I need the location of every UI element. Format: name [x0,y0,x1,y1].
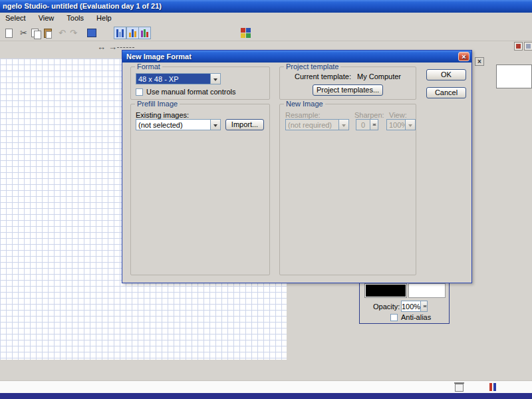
paste-icon[interactable] [41,27,54,39]
existing-images-dropdown[interactable]: (not selected) [136,119,221,130]
chevron-down-icon[interactable] [210,74,220,84]
palette-listbox[interactable] [496,65,532,88]
view-zoom-label: View: [389,111,407,119]
format-dropdown[interactable]: 48 x 48 - XP [136,73,221,84]
redo-icon[interactable]: ↷ [67,27,80,39]
view-zoom-dropdown[interactable]: 100% [386,119,416,130]
foreground-color-swatch[interactable] [364,283,407,298]
color-options-panel: Opacity: 100% Anti-alias [359,279,450,324]
existing-images-value: (not selected) [136,120,210,130]
import-button[interactable]: Import... [225,119,264,130]
chevron-down-icon[interactable] [338,120,348,130]
palette-icon[interactable] [239,27,252,39]
media-shape [87,29,96,37]
chart-bars-shape [129,29,136,37]
trash-icon[interactable] [455,384,464,392]
chevron-down-icon[interactable] [210,120,220,130]
format-group-label: Format [135,63,162,70]
redo-glyph: ↷ [70,29,77,37]
opacity-label: Opacity: [373,303,400,311]
dialog-close-icon[interactable]: × [458,52,469,61]
opacity-stepper[interactable]: 100% [401,301,428,312]
new-image-group: New Image Resample: (not required) Sharp… [279,104,416,275]
copy-icon[interactable] [29,27,42,39]
dialog-title: New Image Format [126,53,192,61]
editor-bars-shape [116,29,124,37]
view-mode-editor-icon[interactable] [114,27,126,39]
sharpen-stepper[interactable]: 0 [356,119,378,130]
sharpen-spin-buttons[interactable] [370,120,378,130]
project-template-group-label: Project template [284,63,340,70]
app-titlebar[interactable]: ngelo Studio- untitled (Evaluation day 1… [0,0,532,13]
manual-format-checkbox[interactable] [136,88,143,96]
scissors-glyph: ✂ [20,29,27,37]
view-zoom-value: 100% [387,120,405,130]
media-icon[interactable] [85,27,98,39]
existing-images-label: Existing images: [136,111,189,119]
current-template-value: My Computer [357,72,401,80]
color-bars-shape [141,29,148,37]
right-arrow-icon[interactable]: → [108,43,117,51]
menu-view[interactable]: View [33,13,60,25]
project-template-group: Project template Current template: My Co… [279,66,416,100]
antialias-label: Anti-alias [401,313,431,321]
new-document-icon[interactable] [3,27,15,39]
horizontal-resize-icon[interactable]: ↔ [97,43,106,51]
taskbar-edge [0,393,532,399]
status-bar [0,380,532,393]
background-color-swatch[interactable] [408,283,446,298]
menu-tools[interactable]: Tools [61,13,89,25]
opacity-spin-buttons[interactable] [420,301,427,311]
menu-help[interactable]: Help [91,13,117,25]
antialias-checkbox[interactable] [390,314,398,321]
workspace-toggle-icon[interactable] [524,42,532,51]
new-image-group-label: New Image [284,100,325,108]
view-mode-colors-icon[interactable] [138,27,151,39]
format-group: Format 48 x 48 - XP Use manual format co… [130,66,270,100]
manual-format-label: Use manual format controls [146,88,236,96]
new-image-format-dialog: New Image Format × Format 48 x 48 - XP U… [122,50,472,283]
panel-toggle-icon[interactable] [514,42,523,51]
menu-bar: Select View Tools Help [0,13,532,25]
dialog-titlebar[interactable]: New Image Format × [122,51,471,63]
logo-blue-bar [493,383,496,391]
sharpen-value: 0 [356,120,370,130]
format-dropdown-value: 48 x 48 - XP [136,74,210,84]
app-title: ngelo Studio- untitled (Evaluation day 1… [3,2,162,10]
ok-button[interactable]: OK [426,69,466,80]
document-shape [5,29,13,38]
dashed-guide-line [117,47,134,48]
clipboard-shape [44,29,52,38]
undo-glyph: ↶ [59,29,66,37]
manual-format-row: Use manual format controls [136,88,236,96]
menu-select[interactable]: Select [0,13,31,25]
sharpen-label: Sharpen: [354,111,384,119]
project-templates-button[interactable]: Project templates... [313,84,383,96]
toolbar: ✂ ↶ ↷ [0,25,532,41]
resample-dropdown[interactable]: (not required) [285,119,349,130]
opacity-value: 100% [402,301,420,311]
copy-shape [31,29,40,38]
chevron-down-icon[interactable] [405,120,415,130]
palette-close-icon[interactable]: × [475,57,484,66]
prefill-group-label: Prefill Image [135,100,180,108]
cancel-button[interactable]: Cancel [426,87,466,98]
antialias-row: Anti-alias [390,313,431,321]
logo-red-bar [489,383,492,391]
current-template-row: Current template: My Computer [280,72,416,80]
cut-icon[interactable]: ✂ [17,27,30,39]
prefill-image-group: Prefill Image Existing images: (not sele… [130,104,270,275]
view-mode-chart-icon[interactable] [126,27,139,39]
resample-label: Resample: [285,111,321,119]
resample-value: (not required) [286,120,338,130]
palette-squares-shape [241,28,251,38]
current-template-label: Current template: [295,72,351,80]
